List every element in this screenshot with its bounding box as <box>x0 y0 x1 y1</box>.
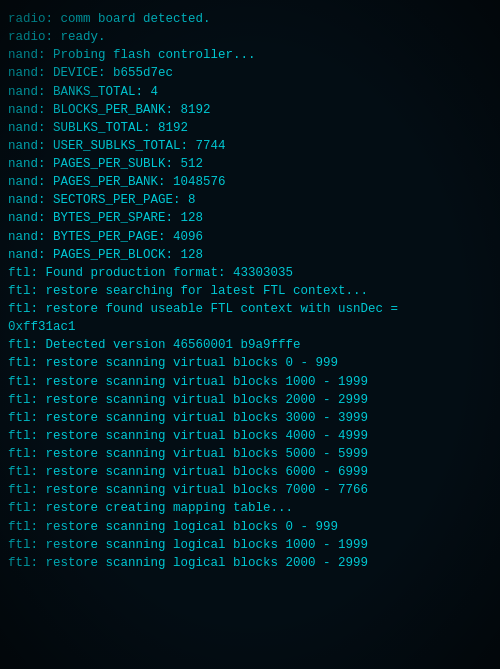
terminal-line: ftl: restore scanning logical blocks 200… <box>8 554 492 572</box>
terminal-line: ftl: restore scanning virtual blocks 100… <box>8 373 492 391</box>
terminal-line: ftl: restore scanning logical blocks 0 -… <box>8 518 492 536</box>
terminal-line: ftl: restore scanning virtual blocks 0 -… <box>8 354 492 372</box>
terminal-line: ftl: restore scanning virtual blocks 300… <box>8 409 492 427</box>
terminal-line: nand: PAGES_PER_BANK: 1048576 <box>8 173 492 191</box>
terminal-line: nand: DEVICE: b655d7ec <box>8 64 492 82</box>
terminal-line: nand: SUBLKS_TOTAL: 8192 <box>8 119 492 137</box>
terminal-line: ftl: restore scanning virtual blocks 200… <box>8 391 492 409</box>
terminal-line: nand: BYTES_PER_PAGE: 4096 <box>8 228 492 246</box>
terminal-line: nand: PAGES_PER_SUBLK: 512 <box>8 155 492 173</box>
terminal-line: nand: SECTORS_PER_PAGE: 8 <box>8 191 492 209</box>
terminal-line: radio: ready. <box>8 28 492 46</box>
terminal-line: nand: USER_SUBLKS_TOTAL: 7744 <box>8 137 492 155</box>
terminal-line: ftl: Found production format: 43303035 <box>8 264 492 282</box>
terminal-line: 0xff31ac1 <box>8 318 492 336</box>
terminal-line: ftl: restore scanning virtual blocks 400… <box>8 427 492 445</box>
terminal-line: ftl: restore scanning virtual blocks 700… <box>8 481 492 499</box>
terminal-line: nand: PAGES_PER_BLOCK: 128 <box>8 246 492 264</box>
terminal-line: ftl: restore searching for latest FTL co… <box>8 282 492 300</box>
terminal-line: ftl: restore found useable FTL context w… <box>8 300 492 318</box>
terminal-line: ftl: Detected version 46560001 b9a9fffe <box>8 336 492 354</box>
terminal-line: nand: BYTES_PER_SPARE: 128 <box>8 209 492 227</box>
terminal-line: ftl: restore scanning virtual blocks 500… <box>8 445 492 463</box>
terminal-line: ftl: restore creating mapping table... <box>8 499 492 517</box>
terminal-line: ftl: restore scanning virtual blocks 600… <box>8 463 492 481</box>
terminal-window: radio: comm board detected.radio: ready.… <box>0 0 500 669</box>
terminal-line: nand: Probing flash controller... <box>8 46 492 64</box>
terminal-line: nand: BANKS_TOTAL: 4 <box>8 83 492 101</box>
terminal-line: ftl: restore scanning logical blocks 100… <box>8 536 492 554</box>
terminal-line: radio: comm board detected. <box>8 10 492 28</box>
terminal-line: nand: BLOCKS_PER_BANK: 8192 <box>8 101 492 119</box>
